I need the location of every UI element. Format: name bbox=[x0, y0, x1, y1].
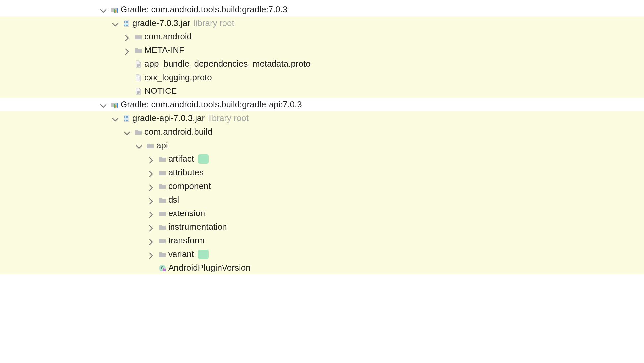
chevron-down-icon[interactable] bbox=[99, 101, 107, 109]
project-tree: Gradle: com.android.tools.build:gradle:7… bbox=[0, 0, 644, 277]
jar-name-label: gradle-api-7.0.3.jar bbox=[132, 112, 205, 125]
tree-node-file[interactable]: NOTICE bbox=[0, 84, 644, 98]
gradle-library-icon bbox=[111, 6, 119, 14]
chevron-down-icon[interactable] bbox=[111, 114, 119, 122]
chevron-down-icon[interactable] bbox=[99, 6, 107, 14]
chevron-right-icon[interactable] bbox=[147, 237, 155, 245]
tree-node-package[interactable]: extension bbox=[0, 207, 644, 220]
folder-icon bbox=[158, 169, 166, 177]
tree-node-library[interactable]: Gradle: com.android.tools.build:gradle:7… bbox=[0, 3, 644, 16]
package-label: attributes bbox=[168, 166, 204, 179]
package-label: com.android bbox=[144, 30, 192, 43]
tree-node-file[interactable]: app_bundle_dependencies_metadata.proto bbox=[0, 57, 644, 71]
folder-icon bbox=[158, 155, 166, 163]
package-label: instrumentation bbox=[168, 220, 227, 233]
chevron-right-icon[interactable] bbox=[147, 196, 155, 204]
file-icon bbox=[134, 87, 142, 95]
library-title-label: Gradle: com.android.tools.build:gradle-a… bbox=[121, 98, 302, 111]
tree-node-package[interactable]: component bbox=[0, 179, 644, 193]
jar-icon bbox=[123, 114, 130, 122]
class-label: AndroidPluginVersion bbox=[168, 261, 251, 274]
package-label: component bbox=[168, 180, 211, 193]
file-label: app_bundle_dependencies_metadata.proto bbox=[144, 57, 311, 70]
tree-node-package[interactable]: artifact bbox=[0, 152, 644, 166]
chevron-right-icon[interactable] bbox=[123, 46, 131, 54]
chevron-right-icon[interactable] bbox=[147, 250, 155, 258]
chevron-down-icon[interactable] bbox=[135, 142, 143, 150]
kotlin-class-icon bbox=[158, 264, 166, 272]
package-label: artifact bbox=[168, 152, 194, 165]
package-label: dsl bbox=[168, 193, 179, 206]
folder-icon bbox=[134, 33, 142, 41]
chevron-right-icon[interactable] bbox=[147, 223, 155, 231]
library-title-label: Gradle: com.android.tools.build:gradle:7… bbox=[121, 3, 287, 16]
folder-icon bbox=[158, 237, 166, 245]
tree-node-package[interactable]: attributes bbox=[0, 166, 644, 179]
match-highlight-badge bbox=[198, 154, 209, 164]
chevron-down-icon[interactable] bbox=[111, 19, 119, 27]
jar-suffix-label: library root bbox=[208, 112, 249, 125]
chevron-down-icon[interactable] bbox=[123, 128, 131, 136]
chevron-right-icon[interactable] bbox=[147, 182, 155, 190]
folder-icon bbox=[146, 142, 154, 150]
jar-icon bbox=[123, 19, 130, 27]
jar-name-label: gradle-7.0.3.jar bbox=[132, 17, 190, 30]
tree-node-package[interactable]: META-INF bbox=[0, 43, 644, 57]
folder-icon bbox=[158, 196, 166, 204]
tree-node-package[interactable]: instrumentation bbox=[0, 220, 644, 234]
tree-node-package[interactable]: com.android.build bbox=[0, 125, 644, 139]
jar-suffix-label: library root bbox=[194, 17, 234, 30]
folder-icon bbox=[134, 46, 142, 54]
folder-icon bbox=[158, 223, 166, 231]
tree-node-package[interactable]: transform bbox=[0, 234, 644, 247]
file-icon bbox=[134, 74, 142, 82]
folder-icon bbox=[158, 182, 166, 190]
file-label: cxx_logging.proto bbox=[144, 71, 212, 84]
folder-icon bbox=[134, 128, 142, 136]
tree-node-package[interactable]: api bbox=[0, 139, 644, 152]
match-highlight-badge bbox=[198, 250, 209, 259]
chevron-right-icon[interactable] bbox=[147, 155, 155, 163]
package-label: transform bbox=[168, 234, 205, 247]
gradle-library-icon bbox=[111, 101, 119, 109]
file-label: NOTICE bbox=[144, 85, 177, 97]
tree-node-package[interactable]: com.android bbox=[0, 30, 644, 43]
tree-node-library[interactable]: Gradle: com.android.tools.build:gradle-a… bbox=[0, 98, 644, 111]
package-label: META-INF bbox=[144, 44, 184, 57]
package-label: com.android.build bbox=[144, 125, 212, 138]
chevron-right-icon[interactable] bbox=[147, 210, 155, 217]
package-label: extension bbox=[168, 207, 205, 220]
tree-node-jar[interactable]: gradle-7.0.3.jar library root bbox=[0, 16, 644, 30]
tree-node-package[interactable]: variant bbox=[0, 247, 644, 261]
tree-node-class[interactable]: AndroidPluginVersion bbox=[0, 261, 644, 274]
package-label: variant bbox=[168, 248, 194, 261]
file-icon bbox=[134, 60, 142, 68]
chevron-right-icon[interactable] bbox=[123, 33, 131, 41]
chevron-right-icon[interactable] bbox=[147, 169, 155, 177]
tree-node-file[interactable]: cxx_logging.proto bbox=[0, 71, 644, 84]
tree-node-jar[interactable]: gradle-api-7.0.3.jar library root bbox=[0, 111, 644, 125]
folder-icon bbox=[158, 210, 166, 217]
folder-icon bbox=[158, 250, 166, 258]
tree-node-package[interactable]: dsl bbox=[0, 193, 644, 207]
package-label: api bbox=[156, 139, 168, 152]
